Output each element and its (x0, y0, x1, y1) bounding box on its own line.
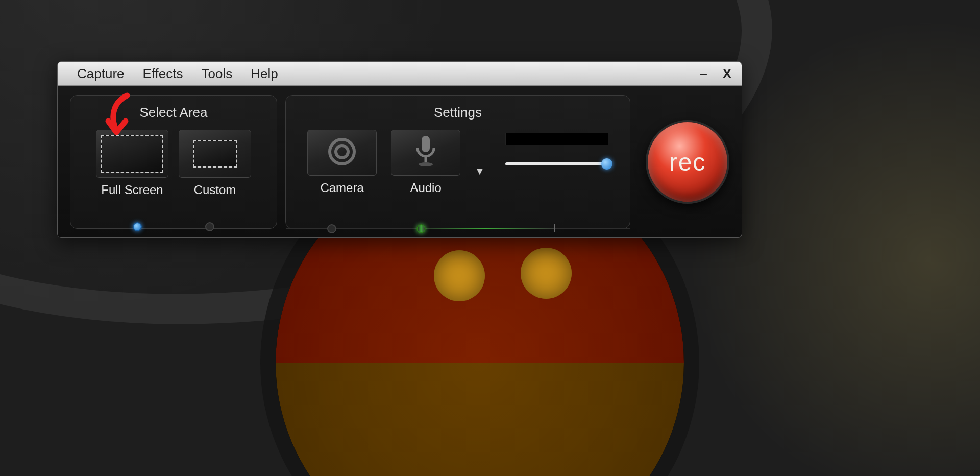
settings-title: Settings (297, 105, 619, 121)
select-area-indicators (70, 222, 277, 231)
select-area-title: Select Area (82, 105, 265, 121)
full-screen-icon (101, 135, 163, 173)
camera-option: Camera (307, 130, 377, 195)
svg-point-0 (330, 139, 354, 164)
minimize-button[interactable]: – (700, 66, 707, 82)
audio-option: Audio (391, 130, 460, 195)
custom-option: Custom (179, 130, 251, 197)
settings-panel: Settings Camera (285, 95, 630, 229)
window-body: Select Area Full Screen (58, 86, 742, 238)
full-screen-button[interactable] (96, 130, 168, 178)
audio-label: Audio (410, 181, 441, 195)
audio-dropdown-icon[interactable]: ▼ (475, 165, 485, 177)
custom-area-button[interactable] (179, 130, 251, 178)
menu-help[interactable]: Help (241, 66, 287, 82)
svg-point-4 (419, 162, 433, 166)
custom-area-icon (193, 140, 237, 168)
svg-point-1 (336, 146, 348, 158)
camera-indicator-dot (327, 224, 336, 233)
settings-indicator-track (286, 228, 630, 229)
camera-label: Camera (320, 181, 363, 195)
record-button[interactable]: rec (646, 120, 729, 204)
menu-tools[interactable]: Tools (192, 66, 242, 82)
recorder-window: Capture Effects Tools Help – X Select Ar… (57, 61, 742, 238)
microphone-icon (410, 134, 441, 172)
select-area-panel: Select Area Full Screen (70, 95, 277, 229)
menu-capture[interactable]: Capture (68, 66, 134, 82)
audio-indicator-dot (416, 224, 426, 233)
camera-button[interactable] (307, 130, 377, 176)
custom-indicator-dot (205, 222, 214, 231)
window-controls: – X (700, 66, 737, 82)
audio-button[interactable] (391, 130, 460, 176)
full-screen-option: Full Screen (96, 130, 168, 197)
custom-area-label: Custom (194, 183, 236, 197)
record-button-label: rec (669, 148, 706, 176)
full-screen-indicator-dot (133, 222, 142, 231)
volume-slider-thumb[interactable] (601, 158, 612, 170)
svg-rect-2 (422, 136, 430, 152)
close-button[interactable]: X (723, 66, 731, 82)
audio-controls (505, 133, 608, 165)
titlebar: Capture Effects Tools Help – X (58, 62, 742, 86)
audio-level-meter (505, 133, 608, 145)
audio-track-tick (554, 224, 555, 232)
camera-icon (324, 136, 360, 169)
menu-effects[interactable]: Effects (134, 66, 192, 82)
full-screen-label: Full Screen (101, 183, 163, 197)
volume-slider[interactable] (505, 162, 607, 165)
